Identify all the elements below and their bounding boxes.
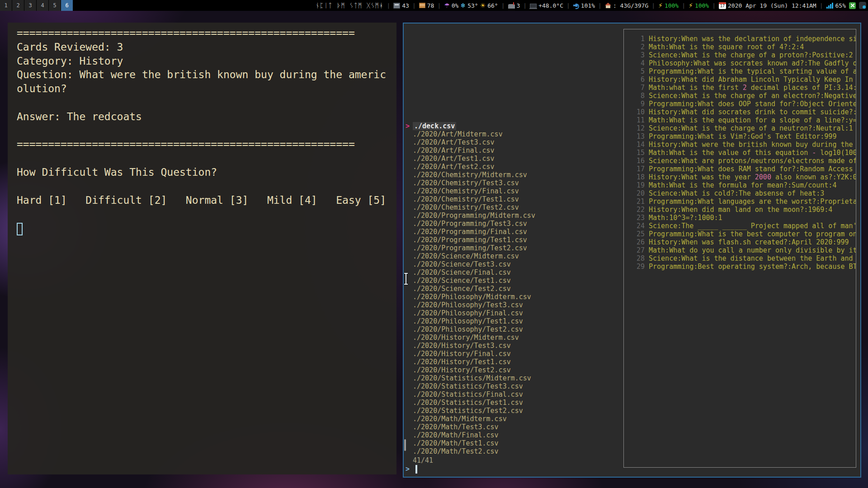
preview-line: 27Math:What do you call a number only di… [624, 246, 856, 254]
fzf-file-item[interactable]: ./2020/Statistics/Midterm.csv [406, 374, 535, 382]
text-cursor [415, 465, 417, 474]
fzf-file-item[interactable]: ./2020/Programming/Test3.csv [406, 220, 535, 228]
preview-line-number: 12 [624, 124, 645, 132]
fzf-file-item[interactable]: ./2020/Statistics/Test2.csv [406, 407, 535, 415]
fzf-file-label: ./2020/Math/Test2.csv [413, 447, 499, 455]
preview-line-number: 20 [624, 189, 645, 197]
fzf-pointer [406, 146, 413, 155]
fzf-file-item[interactable]: ./2020/History/Final.csv [406, 350, 535, 358]
preview-text: Science:What is cold?:The absense of hea… [649, 189, 824, 197]
terminal-line: Cards Reviewed: 3 [17, 40, 393, 54]
fzf-file-item[interactable]: ./2020/Math/Final.csv [406, 431, 535, 439]
fzf-file-item[interactable]: ./2020/History/Midterm.csv [406, 333, 535, 342]
workspace-button[interactable]: 6 [61, 0, 73, 11]
fzf-pointer [406, 431, 413, 439]
preview-line-number: 21 [624, 197, 645, 206]
preview-text: History:What was the year [649, 173, 755, 181]
fzf-file-label: ./2020/Chemistry/Midterm.csv [413, 171, 527, 179]
fzf-file-item[interactable]: ./2020/Programming/Final.csv [406, 228, 535, 236]
preview-text: History:What were the british known buy … [649, 141, 856, 149]
fzf-file-item[interactable]: ./2020/Math/Test3.csv [406, 423, 535, 431]
fzf-file-label: ./deck.csv [413, 122, 456, 130]
flashcard-terminal-window[interactable]: ========================================… [8, 23, 396, 474]
fzf-file-item[interactable]: > ./deck.csv [406, 122, 535, 130]
workspace-button[interactable]: 3 [24, 0, 36, 11]
wifi-signal-icon [826, 3, 834, 9]
fzf-file-item[interactable]: ./2020/Math/Test2.csv [406, 447, 535, 455]
flashcard-output: ========================================… [17, 26, 396, 221]
fzf-pointer [406, 350, 413, 358]
fzf-file-item[interactable]: ./2020/Science/Test3.csv [406, 260, 535, 268]
fzf-file-item[interactable]: ./2020/Programming/Test2.csv [406, 244, 535, 252]
fzf-file-item[interactable]: ./2020/Math/Test1.csv [406, 439, 535, 447]
preview-line-number: 9 [624, 100, 645, 108]
fzf-file-label: ./2020/Art/Final.csv [413, 146, 495, 155]
fzf-pointer [406, 301, 413, 309]
fzf-pointer [406, 439, 413, 447]
preview-line: 6History:What did Abraham Lincoln Typica… [624, 75, 856, 84]
workspace-button[interactable]: 5 [49, 0, 61, 11]
tray-app-icon[interactable] [859, 2, 866, 9]
fzf-file-item[interactable]: ./2020/Science/Test2.csv [406, 285, 535, 293]
fzf-file-item[interactable]: ./2020/History/Test1.csv [406, 358, 535, 366]
workspace-button[interactable]: 4 [37, 0, 48, 11]
datetime: 2020 Apr 19 (Sun) 12:41AM [728, 2, 816, 9]
fzf-file-item[interactable]: ./2020/Science/Midterm.csv [406, 252, 535, 260]
fzf-file-item[interactable]: ./2020/Programming/Test1.csv [406, 236, 535, 244]
terminal-line [17, 96, 393, 110]
fzf-file-item[interactable]: ./2020/History/Test2.csv [406, 366, 535, 374]
fzf-file-item[interactable]: ./2020/Science/Test1.csv [406, 277, 535, 285]
fzf-file-item[interactable]: ./2020/History/Test3.csv [406, 342, 535, 350]
fzf-file-item[interactable]: ./2020/Chemistry/Final.csv [406, 187, 535, 195]
preview-line: 19Math:What is the formula for mean?:Sum… [624, 181, 856, 189]
fzf-file-item[interactable]: ./2020/Statistics/Final.csv [406, 390, 535, 399]
preview-highlight: 2000 [755, 173, 771, 181]
fzf-file-item[interactable]: ./2020/Math/Midterm.csv [406, 415, 535, 423]
scrollbar-thumb[interactable] [404, 439, 406, 451]
terminal-line: Answer: The redcoats [17, 110, 393, 124]
preview-text: History:When was flash.sh created?:April… [649, 238, 849, 246]
preview-line-number: 19 [624, 181, 645, 189]
fzf-file-item[interactable]: ./2020/Art/Test2.csv [406, 163, 535, 171]
sun-icon: ☀ [480, 2, 486, 9]
fzf-file-item[interactable]: ./2020/Chemistry/Test3.csv [406, 179, 535, 187]
fzf-file-label: ./2020/Statistics/Test2.csv [413, 407, 523, 415]
preview-line-number: 10 [624, 108, 645, 116]
green-x-tray-icon[interactable] [849, 2, 856, 9]
fzf-file-item[interactable]: ./2020/Philosophy/Test2.csv [406, 325, 535, 333]
preview-line: 13Programming:What is Vim?:God's Text Ed… [624, 132, 856, 141]
workspace-button[interactable]: 2 [12, 0, 24, 11]
fzf-file-item[interactable]: ./2020/Philosophy/Test1.csv [406, 317, 535, 325]
fzf-file-label: ./2020/Science/Test2.csv [413, 285, 511, 293]
fzf-preview-pane: 1History:When was the declaration of ind… [623, 29, 856, 468]
fzf-file-item[interactable]: ./2020/Statistics/Test3.csv [406, 382, 535, 390]
workspace-button[interactable]: 1 [0, 0, 12, 11]
fzf-file-item[interactable]: ./2020/Art/Final.csv [406, 146, 535, 155]
preview-text: Science:What is the distance between the… [649, 254, 856, 263]
preview-text: Science:What is the charge of an electro… [649, 92, 856, 100]
fzf-file-item[interactable]: ./2020/Chemistry/Test2.csv [406, 203, 535, 211]
fzf-file-label: ./2020/History/Midterm.csv [413, 333, 519, 342]
fzf-pointer [406, 163, 413, 171]
rune-widget: ᚾᛈᛁᛏ ᚦᛗ ᛊᛏᛗ ᚷᛊᛗᚼ [316, 2, 384, 9]
fzf-file-item[interactable]: ./2020/Art/Test1.csv [406, 155, 535, 163]
fzf-pointer [406, 399, 413, 407]
terminal-line: ========================================… [17, 26, 393, 40]
fzf-file-item[interactable]: ./2020/Statistics/Test1.csv [406, 399, 535, 407]
preview-line-number: 22 [624, 206, 645, 214]
fzf-file-item[interactable]: ./2020/Art/Test3.csv [406, 138, 535, 146]
fzf-file-item[interactable]: ./2020/Science/Final.csv [406, 268, 535, 277]
fzf-file-item[interactable]: ./2020/Philosophy/Test3.csv [406, 301, 535, 309]
preview-line: 18History:What was the year 2000 also kn… [624, 173, 856, 181]
fzf-terminal-window[interactable]: > ./deck.csv ./2020/Art/Midterm.csv ./20… [403, 23, 861, 478]
fzf-file-item[interactable]: ./2020/Philosophy/Final.csv [406, 309, 535, 317]
wifi-strength: 65% [835, 2, 846, 9]
fzf-search-prompt[interactable]: > [406, 465, 417, 474]
preview-line-number: 1 [624, 35, 645, 43]
fzf-file-item[interactable]: ./2020/Chemistry/Test1.csv [406, 195, 535, 203]
fzf-file-item[interactable]: ./2020/Programming/Midterm.csv [406, 211, 535, 220]
fzf-file-item[interactable]: ./2020/Chemistry/Midterm.csv [406, 171, 535, 179]
preview-line: 12Science:What is the charge of a neutro… [624, 124, 856, 132]
fzf-file-item[interactable]: ./2020/Philosophy/Midterm.csv [406, 293, 535, 301]
fzf-file-item[interactable]: ./2020/Art/Midterm.csv [406, 130, 535, 138]
